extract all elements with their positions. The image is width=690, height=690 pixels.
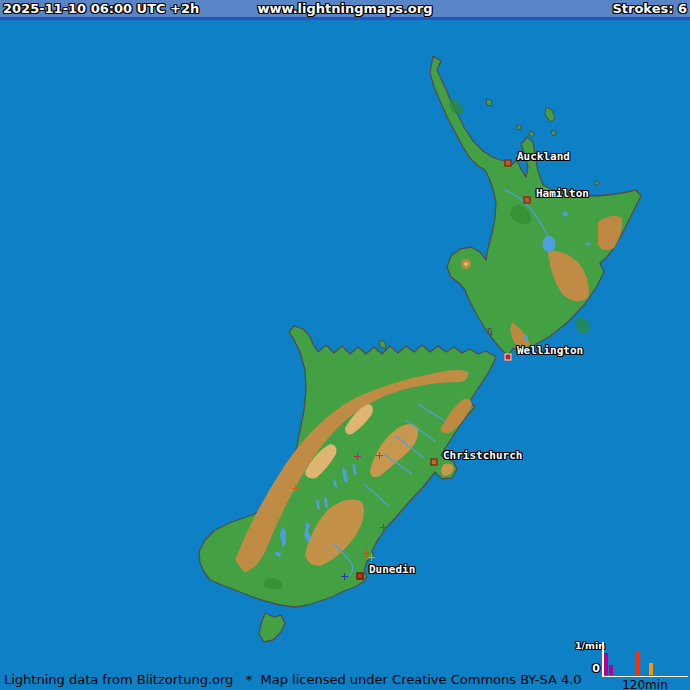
lightning-stroke-marker xyxy=(354,453,361,460)
lightning-stroke-marker xyxy=(341,573,348,580)
lightning-stroke-marker xyxy=(368,554,375,561)
city-marker-dunedin xyxy=(357,573,364,580)
legend-bar xyxy=(604,653,608,675)
lightning-map-app: 2025-11-10 06:00 UTC +2h www.lightningma… xyxy=(0,0,690,690)
legend-bar xyxy=(636,651,640,675)
attribution-text: Lightning data from Blitzortung.org * Ma… xyxy=(4,672,582,687)
city-marker-hamilton xyxy=(524,197,531,204)
lightning-stroke-marker xyxy=(292,485,299,492)
city-marker-christchurch xyxy=(431,459,438,466)
city-label-wellington: Wellington xyxy=(517,344,583,357)
stroke-arm-v xyxy=(379,452,381,459)
lightning-stroke-marker xyxy=(376,452,383,459)
legend-bar xyxy=(609,665,613,675)
legend-x-axis xyxy=(602,676,688,678)
city-marker-wellington xyxy=(505,354,512,361)
city-marker-auckland xyxy=(505,160,512,167)
stroke-arm-v xyxy=(295,485,297,492)
stroke-arm-v xyxy=(357,453,359,460)
stroke-arm-v xyxy=(344,573,346,580)
top-status-bar: 2025-11-10 06:00 UTC +2h www.lightningma… xyxy=(0,0,690,20)
city-label-dunedin: Dunedin xyxy=(369,563,415,576)
site-title: www.lightningmaps.org xyxy=(0,0,690,17)
new-zealand-map[interactable] xyxy=(0,0,690,690)
stroke-arm-v xyxy=(383,524,385,531)
strokes-counter: Strokes: 6 xyxy=(612,0,687,17)
legend-rate-label: 1/min xyxy=(575,640,601,651)
legend-bar xyxy=(649,663,653,675)
stewart-island-shape xyxy=(259,613,285,642)
stroke-arm-v xyxy=(371,554,373,561)
legend-window-label: 120min xyxy=(602,678,688,690)
activity-legend: 1/min 0 120min xyxy=(575,642,689,690)
city-label-auckland: Auckland xyxy=(517,150,570,163)
legend-bars xyxy=(604,642,688,675)
city-label-hamilton: Hamilton xyxy=(536,187,589,200)
city-label-christchurch: Christchurch xyxy=(443,449,522,462)
north-island-shape xyxy=(430,56,641,356)
lightning-stroke-marker xyxy=(380,524,387,531)
